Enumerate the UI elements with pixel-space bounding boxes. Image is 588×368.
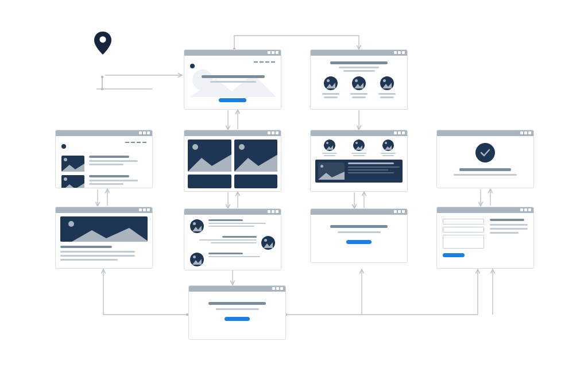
wireframe-landing-hero [184,49,281,110]
wireframe-form [436,207,534,269]
svg-marker-7 [382,83,392,88]
svg-marker-12 [326,145,333,150]
svg-marker-17 [192,226,202,231]
svg-marker-5 [326,83,335,88]
wireframe-comments-feed [184,208,281,270]
wireframe-cta-wide [188,285,286,340]
wireframe-list-thumbnails [55,130,153,188]
start-pin-icon [94,32,111,57]
wireframe-confirmation [436,130,534,188]
svg-marker-19 [192,259,202,265]
svg-marker-15 [318,172,345,180]
wireframe-feature-grid [310,49,408,110]
svg-marker-9 [61,183,84,188]
svg-marker-10 [188,154,231,172]
wireframe-image-gallery [184,130,281,192]
svg-point-1 [99,36,106,42]
svg-marker-8 [61,164,84,172]
svg-marker-14 [385,145,392,150]
svg-marker-18 [264,242,273,248]
wireframe-article-hero [55,207,153,269]
svg-marker-6 [354,83,363,88]
wireframe-feature-plus-card [310,130,408,192]
wireframe-cta-simple [310,208,408,263]
svg-marker-13 [355,145,362,150]
svg-marker-16 [72,228,148,242]
svg-marker-11 [234,154,278,172]
check-icon [475,143,495,162]
